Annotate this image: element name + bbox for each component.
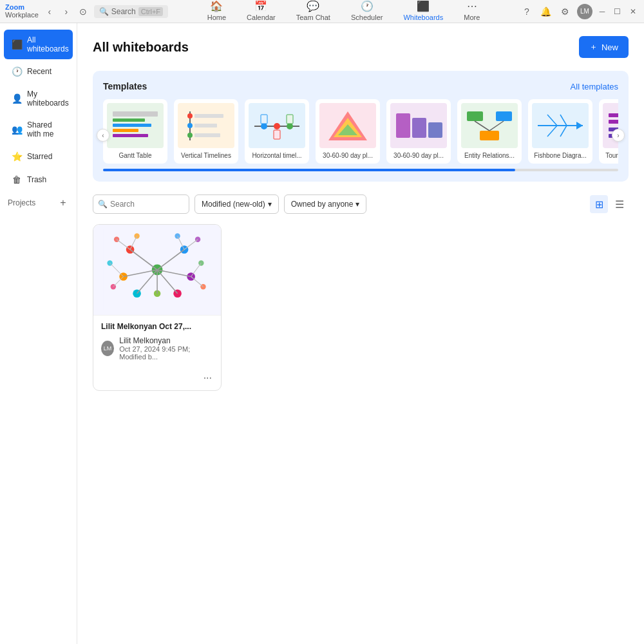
svg-rect-16: [261, 115, 267, 124]
svg-line-29: [489, 121, 504, 131]
svg-rect-9: [194, 124, 217, 128]
sort-chevron-icon: ▾: [268, 200, 272, 209]
tab-calendar[interactable]: 📅 Calendar: [236, 0, 286, 25]
minimize-button[interactable]: ─: [596, 6, 608, 17]
svg-marker-35: [576, 122, 583, 129]
template-entity-relations[interactable]: Entity Relations...: [457, 99, 522, 164]
svg-rect-25: [467, 111, 483, 121]
board-card[interactable]: Lilit Melkonyan Oct 27,... LM Lilit Melk…: [93, 224, 222, 391]
titlebar-left: Zoom Workplace ‹ › ⊙ 🔍 Search Ctrl+F: [5, 4, 168, 19]
tab-whiteboards[interactable]: ⬛ Whiteboards: [393, 0, 453, 25]
sidebar-item-shared-with-me[interactable]: 👥 Shared with me: [4, 115, 73, 144]
board-name: Lilit Melkonyan Oct 27,...: [101, 322, 213, 331]
svg-rect-0: [113, 111, 158, 117]
new-button[interactable]: ＋ New: [579, 36, 629, 58]
scheduler-icon: 🕐: [361, 0, 374, 12]
view-toggle: ⊞ ☰: [590, 195, 629, 213]
sidebar-item-my-whiteboards[interactable]: 👤 My whiteboards: [4, 84, 73, 113]
projects-section: Projects +: [0, 192, 77, 211]
template-name: Tournament Bra...: [603, 151, 618, 160]
svg-rect-17: [274, 130, 280, 139]
add-project-button[interactable]: +: [57, 197, 69, 209]
sidebar-item-starred[interactable]: ⭐ Starred: [4, 146, 73, 167]
svg-point-14: [274, 123, 280, 129]
forward-button[interactable]: ›: [59, 5, 73, 19]
help-button[interactable]: ?: [519, 4, 535, 19]
calendar-icon: 📅: [254, 0, 267, 12]
teamchat-icon: 💬: [307, 0, 319, 12]
svg-rect-7: [194, 114, 223, 118]
sidebar-item-trash[interactable]: 🗑 Trash: [4, 169, 73, 191]
svg-point-6: [187, 113, 193, 118]
recent-icon: 🕐: [12, 66, 22, 77]
sidebar-item-all-whiteboards[interactable]: ⬛ All whiteboards: [4, 30, 73, 59]
board-date: Oct 27, 2024 9:45 PM; Modified b...: [119, 345, 213, 361]
template-30-60-90-2[interactable]: 30-60-90 day pl...: [386, 99, 451, 164]
zoom-logo: Zoom Workplace: [5, 4, 39, 19]
svg-rect-3: [113, 129, 138, 132]
new-icon: ＋: [589, 41, 598, 53]
boards-grid: Lilit Melkonyan Oct 27,... LM Lilit Melk…: [93, 224, 629, 391]
back-button[interactable]: ‹: [43, 5, 57, 19]
list-view-button[interactable]: ☰: [611, 195, 629, 213]
templates-scroll-container: ‹ Gantt Table: [103, 99, 618, 171]
filters-bar: 🔍 Modified (new-old) ▾ Owned by anyone ▾…: [93, 194, 629, 214]
template-fishbone[interactable]: Fishbone Diagra...: [528, 99, 592, 164]
template-name: Horizontal timel...: [249, 151, 305, 160]
svg-rect-22: [396, 113, 410, 138]
titlebar-nav: ‹ › ⊙: [43, 5, 90, 19]
shared-icon: 👥: [12, 124, 22, 135]
svg-rect-4: [113, 134, 148, 137]
main-layout: ⬛ All whiteboards 🕐 Recent 👤 My whiteboa…: [0, 23, 644, 644]
template-name: 30-60-90 day pl...: [390, 151, 447, 160]
board-info: Lilit Melkonyan Oct 27,... LM Lilit Melk…: [93, 315, 221, 367]
tab-more[interactable]: ⋯ More: [453, 0, 490, 25]
trash-icon: 🗑: [12, 175, 22, 185]
tab-home[interactable]: 🏠 Home: [197, 0, 236, 25]
tab-teamchat[interactable]: 💬 Team Chat: [286, 0, 341, 25]
board-user-name: Lilit Melkonyan: [119, 336, 213, 345]
maximize-button[interactable]: ☐: [612, 6, 623, 17]
sort-dropdown[interactable]: Modified (new-old) ▾: [194, 194, 279, 214]
svg-rect-11: [194, 133, 220, 137]
history-button[interactable]: ⊙: [76, 5, 90, 19]
grid-view-button[interactable]: ⊞: [590, 195, 608, 213]
filter-search-icon: 🔍: [98, 200, 108, 209]
notification-button[interactable]: 🔔: [538, 4, 554, 19]
board-more-button[interactable]: ···: [201, 371, 214, 385]
search-icon: 🔍: [99, 7, 109, 16]
titlebar-search[interactable]: 🔍 Search Ctrl+F: [94, 5, 168, 18]
sidebar-item-recent[interactable]: 🕐 Recent: [4, 61, 73, 82]
board-meta-info: Lilit Melkonyan Oct 27, 2024 9:45 PM; Mo…: [119, 336, 213, 361]
owner-chevron-icon: ▾: [355, 200, 359, 209]
owner-dropdown[interactable]: Owned by anyone ▾: [284, 194, 367, 214]
scroll-indicator-thumb: [103, 169, 515, 171]
svg-rect-36: [609, 113, 618, 117]
svg-rect-37: [609, 120, 618, 124]
content-area: All whiteboards ＋ New Templates All temp…: [77, 23, 644, 644]
svg-point-10: [187, 133, 193, 138]
close-button[interactable]: ✕: [627, 6, 639, 17]
template-gantt-table[interactable]: Gantt Table: [103, 99, 167, 164]
whiteboards-icon: ⬛: [417, 0, 430, 12]
template-vertical-timelines[interactable]: Vertical Timelines: [174, 99, 238, 164]
template-name: Vertical Timelines: [178, 151, 234, 160]
svg-point-8: [187, 123, 193, 128]
scroll-left-arrow[interactable]: ‹: [97, 129, 109, 142]
templates-title: Templates: [103, 81, 147, 91]
settings-button[interactable]: ⚙: [558, 4, 573, 19]
board-thumbnail: [93, 225, 221, 315]
template-horizontal-timeline[interactable]: Horizontal timel...: [245, 99, 309, 164]
templates-scroll: Gantt Table: [103, 99, 618, 164]
sidebar: ⬛ All whiteboards 🕐 Recent 👤 My whiteboa…: [0, 23, 77, 644]
svg-line-31: [547, 115, 557, 126]
user-avatar[interactable]: LM: [577, 4, 592, 19]
svg-rect-27: [480, 131, 499, 140]
scroll-right-arrow[interactable]: ›: [612, 129, 625, 142]
tab-scheduler[interactable]: 🕐 Scheduler: [341, 0, 393, 25]
svg-line-32: [560, 115, 567, 126]
all-templates-link[interactable]: All templates: [571, 82, 618, 91]
svg-rect-1: [113, 118, 145, 122]
svg-rect-23: [412, 118, 426, 138]
template-30-60-90-1[interactable]: 30-60-90 day pl...: [316, 99, 380, 164]
